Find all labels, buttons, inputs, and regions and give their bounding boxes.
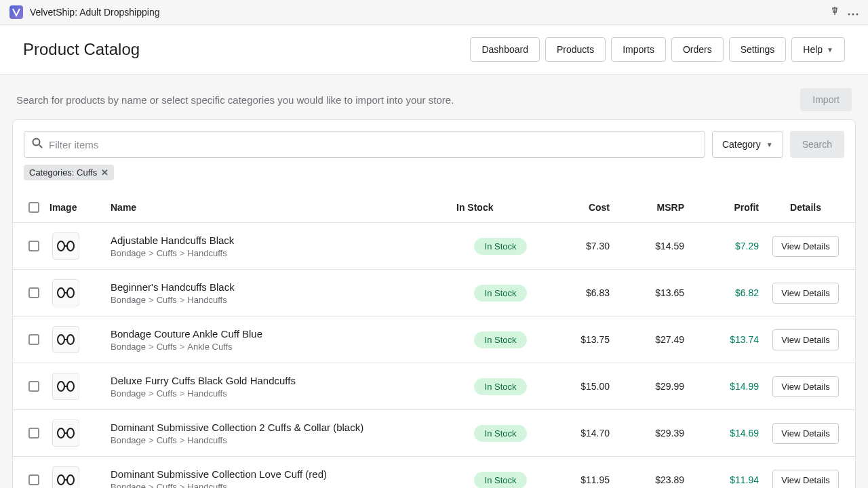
subbar: Search for products by name or select sp… bbox=[0, 75, 868, 119]
msrp-value: $14.59 bbox=[619, 241, 694, 251]
th-cost: Cost bbox=[545, 202, 619, 213]
category-button-label: Category bbox=[722, 139, 761, 150]
import-button[interactable]: Import bbox=[800, 88, 852, 111]
nav-settings[interactable]: Settings bbox=[729, 37, 787, 62]
close-icon[interactable]: ✕ bbox=[101, 167, 108, 178]
row-checkbox[interactable] bbox=[28, 287, 39, 298]
profit-value: $7.29 bbox=[694, 241, 768, 251]
product-thumbnail bbox=[52, 373, 79, 400]
product-breadcrumb: Bondage>Cuffs>Handcuffs bbox=[111, 295, 456, 305]
svg-point-1 bbox=[852, 14, 854, 16]
header: Product Catalog Dashboard Products Impor… bbox=[0, 25, 868, 75]
stock-badge: In Stock bbox=[474, 472, 528, 489]
profit-value: $13.74 bbox=[694, 334, 768, 345]
nav-help[interactable]: Help ▼ bbox=[791, 37, 845, 62]
svg-point-11 bbox=[58, 335, 64, 344]
nav-imports[interactable]: Imports bbox=[611, 37, 666, 62]
product-name: Deluxe Furry Cuffs Black Gold Handcuffs bbox=[111, 375, 456, 386]
cost-value: $11.95 bbox=[545, 474, 619, 485]
profit-value: $6.82 bbox=[694, 287, 768, 298]
view-details-button[interactable]: View Details bbox=[772, 423, 838, 444]
table-row: Dominant Submissive Collection 2 Cuffs &… bbox=[13, 410, 855, 457]
titlebar: VelvetShip: Adult Dropshipping bbox=[0, 0, 868, 25]
view-details-button[interactable]: View Details bbox=[772, 329, 838, 350]
view-details-button[interactable]: View Details bbox=[772, 236, 838, 257]
more-icon[interactable] bbox=[848, 6, 859, 18]
svg-line-4 bbox=[39, 145, 42, 148]
view-details-button[interactable]: View Details bbox=[772, 283, 838, 304]
nav-buttons: Dashboard Products Imports Orders Settin… bbox=[470, 37, 845, 62]
product-breadcrumb: Bondage>Cuffs>Handcuffs bbox=[111, 248, 456, 258]
svg-point-17 bbox=[58, 428, 64, 438]
stock-badge: In Stock bbox=[474, 378, 528, 395]
search-icon bbox=[31, 137, 43, 152]
table-row: Bondage Couture Ankle Cuff Blue Bondage>… bbox=[13, 317, 855, 363]
search-button[interactable]: Search bbox=[790, 131, 844, 158]
row-checkbox[interactable] bbox=[28, 334, 39, 345]
msrp-value: $27.49 bbox=[619, 334, 694, 345]
th-stock: In Stock bbox=[456, 202, 545, 213]
category-button[interactable]: Category ▼ bbox=[712, 131, 783, 158]
filter-row: Category ▼ Search bbox=[13, 131, 855, 165]
row-checkbox[interactable] bbox=[28, 241, 39, 251]
stock-badge: In Stock bbox=[474, 331, 528, 348]
pin-icon[interactable] bbox=[830, 6, 840, 18]
view-details-button[interactable]: View Details bbox=[772, 470, 838, 489]
svg-point-9 bbox=[67, 288, 74, 298]
svg-point-15 bbox=[67, 382, 74, 391]
msrp-value: $13.65 bbox=[619, 287, 694, 298]
cost-value: $7.30 bbox=[545, 241, 619, 251]
product-name: Dominant Submissive Collection Love Cuff… bbox=[111, 468, 456, 480]
product-name: Adjustable Handcuffs Black bbox=[111, 235, 456, 246]
table-body: Adjustable Handcuffs Black Bondage>Cuffs… bbox=[13, 223, 855, 488]
product-thumbnail bbox=[52, 326, 79, 353]
search-wrap[interactable] bbox=[24, 131, 705, 158]
profit-value: $14.69 bbox=[694, 428, 768, 439]
cost-value: $13.75 bbox=[545, 334, 619, 345]
filter-chips: Categories: Cuffs ✕ bbox=[13, 165, 855, 188]
svg-point-8 bbox=[58, 288, 64, 298]
product-thumbnail bbox=[52, 232, 79, 260]
th-profit: Profit bbox=[694, 202, 768, 213]
svg-point-3 bbox=[33, 138, 40, 145]
page-title: Product Catalog bbox=[23, 40, 140, 59]
select-all-checkbox[interactable] bbox=[28, 202, 39, 213]
table-row: Deluxe Furry Cuffs Black Gold Handcuffs … bbox=[13, 363, 855, 410]
msrp-value: $29.39 bbox=[619, 428, 694, 439]
row-checkbox[interactable] bbox=[28, 381, 39, 392]
product-breadcrumb: Bondage>Cuffs>Handcuffs bbox=[111, 435, 456, 445]
svg-point-5 bbox=[58, 241, 64, 251]
product-breadcrumb: Bondage>Cuffs>Ankle Cuffs bbox=[111, 342, 456, 352]
stock-badge: In Stock bbox=[474, 285, 528, 302]
filter-chip-categories: Categories: Cuffs ✕ bbox=[24, 165, 114, 180]
svg-point-21 bbox=[67, 475, 74, 485]
nav-orders[interactable]: Orders bbox=[671, 37, 724, 62]
search-input[interactable] bbox=[49, 139, 698, 150]
row-checkbox[interactable] bbox=[28, 474, 39, 485]
product-thumbnail bbox=[52, 279, 79, 306]
subbar-text: Search for products by name or select sp… bbox=[16, 94, 454, 106]
cost-value: $6.83 bbox=[545, 287, 619, 298]
th-msrp: MSRP bbox=[619, 202, 694, 213]
th-name: Name bbox=[111, 202, 456, 213]
product-name: Bondage Couture Ankle Cuff Blue bbox=[111, 328, 456, 340]
product-breadcrumb: Bondage>Cuffs>Handcuffs bbox=[111, 482, 456, 489]
nav-products[interactable]: Products bbox=[545, 37, 606, 62]
svg-point-18 bbox=[67, 428, 74, 438]
nav-dashboard[interactable]: Dashboard bbox=[470, 37, 540, 62]
svg-point-0 bbox=[848, 14, 850, 16]
row-checkbox[interactable] bbox=[28, 428, 39, 439]
svg-point-20 bbox=[58, 475, 64, 485]
svg-point-12 bbox=[67, 335, 74, 344]
svg-point-6 bbox=[67, 241, 74, 251]
product-thumbnail bbox=[52, 466, 79, 488]
profit-value: $14.99 bbox=[694, 381, 768, 392]
th-image: Image bbox=[50, 202, 111, 213]
stock-badge: In Stock bbox=[474, 238, 528, 255]
th-details: Details bbox=[768, 202, 850, 213]
svg-point-14 bbox=[58, 382, 64, 391]
product-card: Category ▼ Search Categories: Cuffs ✕ Im… bbox=[12, 119, 856, 488]
profit-value: $11.94 bbox=[694, 474, 768, 485]
view-details-button[interactable]: View Details bbox=[772, 376, 838, 397]
product-name: Beginner's Handcuffs Black bbox=[111, 281, 456, 293]
